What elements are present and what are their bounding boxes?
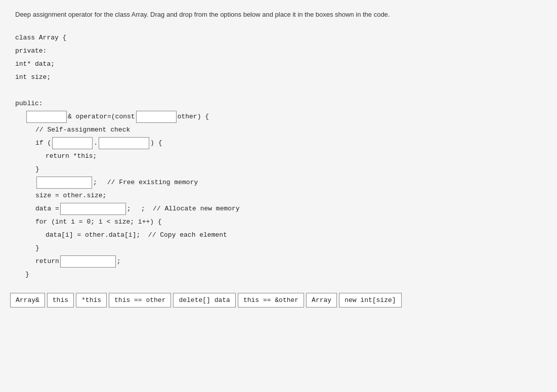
code-line-13: size = other.size; [15, 189, 542, 202]
drop-box-6[interactable] [60, 203, 126, 215]
code-line-10: return *this; [15, 150, 542, 163]
instructions-text: Deep assignment operator for the class A… [15, 10, 542, 19]
code-text-3: int* data; [15, 58, 55, 70]
option-deref-this[interactable]: *this [76, 293, 107, 308]
code-line-15: for (int i = 0; i < size; i++) { [15, 215, 542, 229]
code-text-7b: other) { [178, 111, 209, 122]
code-text-14a: data = [35, 203, 59, 214]
code-line-blank1 [15, 84, 542, 97]
code-text-11: } [35, 163, 39, 175]
code-line-14: data = ; ; // Allocate new memory [15, 202, 542, 215]
code-text-4: int size; [15, 71, 51, 83]
option-this[interactable]: this [47, 293, 74, 308]
code-line-16: data[i] = other.data[i]; // Copy each el… [15, 229, 542, 242]
drop-box-7[interactable] [60, 255, 116, 268]
option-this-eq-other[interactable]: this == other [109, 293, 171, 308]
code-line-9: if ( . ) { [15, 137, 542, 150]
code-comment-12: // Free existing memory [107, 177, 198, 188]
code-line-6: public: [15, 97, 542, 110]
code-line-7: & operator=(const other) { [15, 110, 542, 123]
code-line-17: } [15, 242, 542, 255]
code-text-6: public: [15, 98, 43, 109]
code-text-10: return *this; [46, 150, 97, 162]
option-this-eq-ampother[interactable]: this == &other [238, 293, 304, 308]
code-text-1: class Array { [15, 32, 66, 43]
code-line-4: int size; [15, 71, 542, 84]
code-text-13: size = other.size; [35, 190, 106, 201]
option-new-int[interactable]: new int[size] [339, 293, 401, 308]
options-bar: Array& this *this this == other delete[]… [10, 293, 547, 308]
code-line-8: // Self-assignment check [15, 123, 542, 137]
code-line-19: } [15, 268, 542, 281]
drop-box-5[interactable] [36, 177, 92, 189]
code-text-16: data[i] = other.data[i]; // Copy each el… [46, 229, 227, 241]
code-text-14b: ; [127, 203, 131, 214]
option-array-ref[interactable]: Array& [10, 293, 45, 308]
code-line-3: int* data; [15, 58, 542, 71]
code-dot: . [94, 137, 98, 149]
code-text-9b: ) { [150, 137, 162, 149]
code-line-18: return ; [15, 255, 542, 268]
code-text-2: private: [15, 45, 47, 57]
code-comment-14: ; // Allocate new memory [141, 203, 240, 214]
code-line-2: private: [15, 45, 542, 58]
drop-box-2[interactable] [136, 111, 177, 123]
code-block: class Array { private: int* data; int si… [15, 31, 542, 308]
code-text-12: ; [93, 177, 97, 188]
code-text-9a: if ( [35, 137, 51, 149]
code-text-18a: return [35, 255, 59, 267]
code-text-15: for (int i = 0; i < size; i++) { [35, 216, 162, 228]
code-line-12: ; // Free existing memory [15, 176, 542, 189]
code-line-1: class Array { [15, 31, 542, 45]
code-text-7a: & operator=(const [68, 111, 135, 122]
option-delete-data[interactable]: delete[] data [173, 293, 235, 308]
code-line-11: } [15, 163, 542, 176]
drop-box-3[interactable] [52, 137, 93, 149]
code-text-17: } [35, 242, 39, 254]
drop-box-1[interactable] [26, 111, 67, 123]
code-text-18b: ; [117, 255, 121, 267]
code-text-8: // Self-assignment check [35, 124, 130, 136]
code-text-19: } [25, 269, 29, 280]
option-array[interactable]: Array [306, 293, 337, 308]
drop-box-4[interactable] [99, 137, 149, 149]
